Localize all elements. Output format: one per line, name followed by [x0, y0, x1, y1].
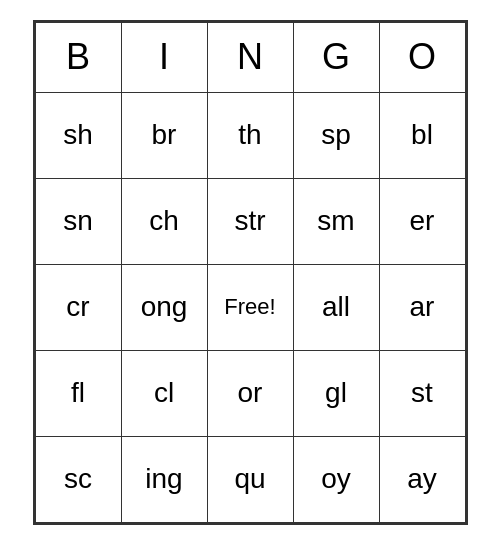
- cell-r1c4: sp: [293, 92, 379, 178]
- cell-r3c2: ong: [121, 264, 207, 350]
- cell-r1c3: th: [207, 92, 293, 178]
- cell-r5c3: qu: [207, 436, 293, 522]
- cell-r5c1: sc: [35, 436, 121, 522]
- table-row: sn ch str sm er: [35, 178, 465, 264]
- bingo-card: B I N G O sh br th sp bl sn ch str sm er: [33, 20, 468, 525]
- cell-r4c2: cl: [121, 350, 207, 436]
- table-row: sc ing qu oy ay: [35, 436, 465, 522]
- cell-r3c3-free: Free!: [207, 264, 293, 350]
- cell-r2c4: sm: [293, 178, 379, 264]
- cell-r4c3: or: [207, 350, 293, 436]
- header-g: G: [293, 22, 379, 92]
- cell-r5c5: ay: [379, 436, 465, 522]
- cell-r2c1: sn: [35, 178, 121, 264]
- cell-r2c5: er: [379, 178, 465, 264]
- header-row: B I N G O: [35, 22, 465, 92]
- cell-r5c2: ing: [121, 436, 207, 522]
- cell-r2c3: str: [207, 178, 293, 264]
- cell-r1c1: sh: [35, 92, 121, 178]
- header-b: B: [35, 22, 121, 92]
- cell-r1c2: br: [121, 92, 207, 178]
- header-n: N: [207, 22, 293, 92]
- cell-r5c4: oy: [293, 436, 379, 522]
- header-i: I: [121, 22, 207, 92]
- cell-r3c4: all: [293, 264, 379, 350]
- cell-r4c1: fl: [35, 350, 121, 436]
- table-row: sh br th sp bl: [35, 92, 465, 178]
- table-row: cr ong Free! all ar: [35, 264, 465, 350]
- cell-r4c5: st: [379, 350, 465, 436]
- cell-r4c4: gl: [293, 350, 379, 436]
- cell-r1c5: bl: [379, 92, 465, 178]
- cell-r3c5: ar: [379, 264, 465, 350]
- header-o: O: [379, 22, 465, 92]
- cell-r2c2: ch: [121, 178, 207, 264]
- bingo-table: B I N G O sh br th sp bl sn ch str sm er: [35, 22, 466, 523]
- table-row: fl cl or gl st: [35, 350, 465, 436]
- cell-r3c1: cr: [35, 264, 121, 350]
